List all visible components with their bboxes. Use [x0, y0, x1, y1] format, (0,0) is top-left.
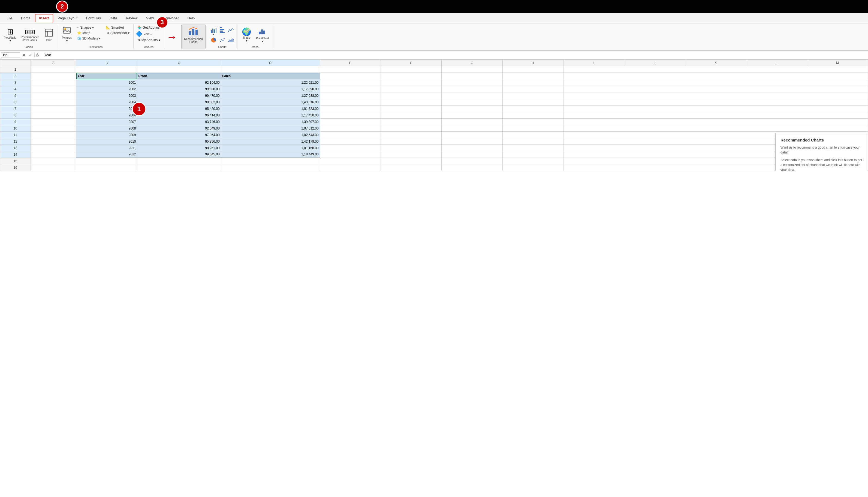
- cell-C12[interactable]: 95,956.00: [137, 138, 221, 145]
- col-header-I[interactable]: I: [564, 60, 624, 66]
- tab-pagelayout[interactable]: Page Layout: [53, 14, 82, 22]
- cell-B13[interactable]: 2011: [76, 145, 137, 151]
- cell-D12[interactable]: 1,42,179.00: [221, 138, 320, 145]
- cell-H3[interactable]: [502, 79, 563, 86]
- tab-view[interactable]: View: [142, 14, 158, 22]
- bar-chart-button[interactable]: [218, 26, 226, 36]
- cell-C2[interactable]: Profit: [137, 73, 221, 79]
- col-header-C[interactable]: C: [137, 60, 221, 66]
- col-header-D[interactable]: D: [221, 60, 320, 66]
- col-header-J[interactable]: J: [624, 60, 685, 66]
- col-header-F[interactable]: F: [381, 60, 442, 66]
- cell-reference[interactable]: B2: [1, 52, 20, 58]
- cell-C14[interactable]: 99,645.00: [137, 151, 221, 158]
- line-chart-button[interactable]: [227, 26, 235, 36]
- cell-D1[interactable]: [221, 66, 320, 73]
- cell-H1[interactable]: [502, 66, 563, 73]
- col-header-B[interactable]: B: [76, 60, 137, 66]
- cell-A1[interactable]: [30, 66, 76, 73]
- cell-B14[interactable]: 2012: [76, 151, 137, 158]
- cell-D3[interactable]: 1,22,021.00: [221, 79, 320, 86]
- recommended-charts-button[interactable]: Recommended Charts: [181, 25, 206, 49]
- cell-D8[interactable]: 1,17,450.00: [221, 112, 320, 118]
- cell-E1[interactable]: [320, 66, 381, 73]
- tab-review[interactable]: Review: [122, 14, 142, 22]
- screenshot-button[interactable]: 🖥 Screenshot ▾: [104, 30, 131, 36]
- col-header-M[interactable]: M: [807, 60, 868, 66]
- cell-B7[interactable]: 2005: [76, 105, 137, 112]
- scatter-chart-button[interactable]: [218, 37, 226, 44]
- cell-C8[interactable]: 96,414.00: [137, 112, 221, 118]
- cell-G1[interactable]: [442, 66, 502, 73]
- cell-A3[interactable]: [30, 79, 76, 86]
- col-header-A[interactable]: A: [30, 60, 76, 66]
- cell-rest-2[interactable]: [564, 73, 868, 79]
- cell-D2[interactable]: Sales: [221, 73, 320, 79]
- area-chart-button[interactable]: [227, 37, 235, 44]
- cell-C11[interactable]: 97,364.00: [137, 132, 221, 138]
- shapes-button[interactable]: ○ Shapes ▾: [75, 25, 102, 30]
- cell-D10[interactable]: 1,07,012.00: [221, 125, 320, 132]
- cell-B8[interactable]: 2006: [76, 112, 137, 118]
- cell-F3[interactable]: [381, 79, 442, 86]
- cell-E3[interactable]: [320, 79, 381, 86]
- cell-C9[interactable]: 93,746.00: [137, 118, 221, 125]
- col-header-E[interactable]: E: [320, 60, 381, 66]
- formula-fx-icon[interactable]: fx: [34, 53, 41, 57]
- pictures-button[interactable]: Pictures▾: [60, 25, 73, 43]
- cell-B9[interactable]: 2007: [76, 118, 137, 125]
- icons-button[interactable]: ⭐ Icons: [75, 30, 102, 36]
- cell-C10[interactable]: 92,049.00: [137, 125, 221, 132]
- tab-data[interactable]: Data: [105, 14, 121, 22]
- cell-D11[interactable]: 1,02,643.00: [221, 132, 320, 138]
- cell-C4[interactable]: 99,560.00: [137, 86, 221, 93]
- cell-C3[interactable]: 92,164.00: [137, 79, 221, 86]
- tab-file[interactable]: File: [2, 14, 17, 22]
- cell-A2[interactable]: [30, 73, 76, 79]
- cell-D9[interactable]: 1,39,397.00: [221, 118, 320, 125]
- cell-D5[interactable]: 1,27,038.00: [221, 93, 320, 99]
- cell-B5[interactable]: 2003: [76, 93, 137, 99]
- cell-D14[interactable]: 1,18,449.00: [221, 151, 320, 158]
- cell-B4[interactable]: 2002: [76, 86, 137, 93]
- cell-C6[interactable]: 90,602.00: [137, 99, 221, 105]
- cell-B3[interactable]: 2001: [76, 79, 137, 86]
- pie-chart-button[interactable]: [209, 37, 217, 44]
- tab-insert[interactable]: Insert: [35, 14, 53, 22]
- col-header-H[interactable]: H: [502, 60, 563, 66]
- cancel-formula-icon[interactable]: ✕: [21, 52, 27, 58]
- confirm-formula-icon[interactable]: ✓: [28, 52, 33, 58]
- recommended-pivottables-button[interactable]: ⊞⊞ RecommendedPivotTables: [19, 28, 41, 43]
- cell-C5[interactable]: 99,470.00: [137, 93, 221, 99]
- cell-D7[interactable]: 1,01,623.00: [221, 105, 320, 112]
- cell-B10[interactable]: 2008: [76, 125, 137, 132]
- cell-C7[interactable]: 95,420.00: [137, 105, 221, 112]
- table-button[interactable]: Table: [42, 28, 56, 43]
- col-header-K[interactable]: K: [685, 60, 746, 66]
- cell-D4[interactable]: 1,17,090.00: [221, 86, 320, 93]
- 3d-models-button[interactable]: 🧊 3D Models ▾: [75, 36, 102, 41]
- cell-D6[interactable]: 1,43,316.00: [221, 99, 320, 105]
- cell-E2[interactable]: [320, 73, 381, 79]
- col-header-G[interactable]: G: [442, 60, 502, 66]
- cell-C1[interactable]: [137, 66, 221, 73]
- maps-button[interactable]: 🌍 Maps▾: [240, 27, 253, 43]
- cell-B11[interactable]: 2009: [76, 132, 137, 138]
- cell-G3[interactable]: [442, 79, 502, 86]
- cell-B6[interactable]: 2004: [76, 99, 137, 105]
- tab-home[interactable]: Home: [17, 14, 35, 22]
- cell-F2[interactable]: [381, 73, 442, 79]
- cell-C13[interactable]: 98,261.00: [137, 145, 221, 151]
- tab-help[interactable]: Help: [183, 14, 199, 22]
- cell-G2[interactable]: [442, 73, 502, 79]
- cell-B2[interactable]: Year: [76, 73, 137, 79]
- col-header-L[interactable]: L: [746, 60, 807, 66]
- smartart-button[interactable]: 📐 SmartArt: [104, 25, 131, 30]
- column-chart-button[interactable]: ▾: [209, 26, 217, 36]
- cell-rest-1[interactable]: [564, 66, 868, 73]
- cell-F1[interactable]: [381, 66, 442, 73]
- cell-H2[interactable]: [502, 73, 563, 79]
- pivotchart-button[interactable]: PivotChart▾: [254, 26, 270, 44]
- cell-B12[interactable]: 2010: [76, 138, 137, 145]
- my-addins-button[interactable]: ⚙ My Add-ins ▾: [136, 38, 162, 43]
